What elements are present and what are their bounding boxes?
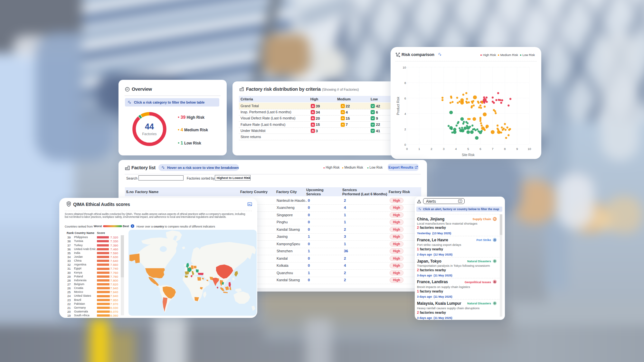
svg-text:2: 2 <box>431 147 432 151</box>
svg-text:4: 4 <box>455 147 457 151</box>
svg-text:6: 6 <box>479 147 481 151</box>
svg-text:Site Risk: Site Risk <box>462 153 475 157</box>
svg-text:5: 5 <box>467 147 469 151</box>
svg-text:3: 3 <box>443 147 444 151</box>
svg-text:7: 7 <box>492 147 493 151</box>
svg-text:0: 0 <box>404 143 406 146</box>
svg-text:0: 0 <box>406 147 408 151</box>
svg-text:9: 9 <box>516 147 518 151</box>
svg-text:10: 10 <box>528 147 531 151</box>
svg-text:Product Risk: Product Risk <box>396 97 400 115</box>
svg-text:6: 6 <box>404 97 406 100</box>
svg-text:1: 1 <box>418 147 420 151</box>
svg-text:4: 4 <box>404 112 406 116</box>
svg-text:8: 8 <box>504 147 506 151</box>
svg-text:8: 8 <box>404 81 406 85</box>
svg-text:2: 2 <box>404 127 406 131</box>
svg-text:10: 10 <box>402 66 406 69</box>
